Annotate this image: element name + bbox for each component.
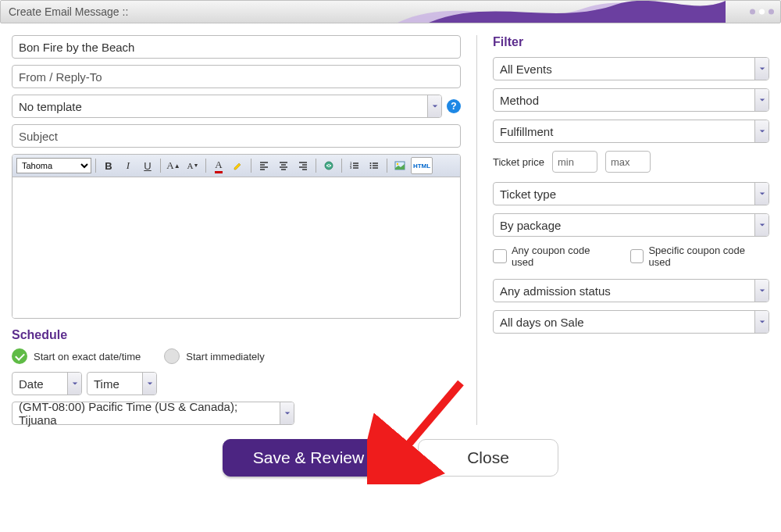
titlebar: Create Email Message :: <box>0 0 781 23</box>
days-select[interactable]: All days on Sale <box>493 310 769 334</box>
chevron-down-icon[interactable] <box>754 183 769 205</box>
time-select[interactable]: Time <box>87 372 157 395</box>
window-controls[interactable] <box>750 9 774 15</box>
date-value: Date <box>12 377 67 391</box>
align-right-button[interactable] <box>294 157 312 174</box>
ticket-type-select[interactable]: Ticket type <box>493 182 769 205</box>
save-review-button[interactable]: Save & Review <box>223 439 394 477</box>
chevron-down-icon[interactable] <box>754 58 769 80</box>
checkbox-icon <box>493 249 507 263</box>
font-select[interactable]: Tahoma <box>16 158 91 173</box>
ordered-list-button[interactable]: 123 <box>346 157 363 174</box>
date-select[interactable]: Date <box>12 372 82 395</box>
schedule-immediate-label: Start immediately <box>186 351 264 362</box>
fulfillment-select[interactable]: Fulfillment <box>493 120 769 143</box>
titlebar-decoration <box>398 1 726 23</box>
radio-checked-icon <box>12 348 27 364</box>
event-name-field[interactable] <box>12 35 461 59</box>
filter-heading: Filter <box>493 35 769 49</box>
timezone-select[interactable]: (GMT-08:00) Pacific Time (US & Canada); … <box>12 402 294 425</box>
chevron-down-icon[interactable] <box>427 95 441 117</box>
chevron-down-icon[interactable] <box>142 373 156 395</box>
method-select[interactable]: Method <box>493 88 769 112</box>
font-color-button[interactable]: A <box>210 157 227 174</box>
package-select[interactable]: By package <box>493 213 769 237</box>
svg-point-4 <box>370 162 372 164</box>
schedule-exact-label: Start on exact date/time <box>34 351 141 362</box>
timezone-value: (GMT-08:00) Pacific Time (US & Canada); … <box>12 400 280 427</box>
svg-point-5 <box>370 165 372 166</box>
coupon-any-option[interactable]: Any coupon code used <box>493 245 615 268</box>
time-value: Time <box>87 377 142 391</box>
message-editor: Tahoma B I U A▲ A▼ A 123 <box>12 154 461 319</box>
ticket-price-label: Ticket price <box>493 156 544 168</box>
chevron-down-icon[interactable] <box>754 311 769 333</box>
underline-button[interactable]: U <box>139 157 156 174</box>
schedule-immediate-option[interactable]: Start immediately <box>164 348 264 364</box>
link-button[interactable] <box>320 157 337 174</box>
help-icon[interactable]: ? <box>447 99 461 113</box>
svg-point-6 <box>370 167 372 169</box>
price-min-input[interactable] <box>552 151 597 173</box>
coupon-specific-option[interactable]: Specific coupon code used <box>630 245 770 268</box>
schedule-exact-option[interactable]: Start on exact date/time <box>12 348 141 364</box>
template-select[interactable]: No template <box>12 95 442 118</box>
editor-toolbar: Tahoma B I U A▲ A▼ A 123 <box>12 155 460 177</box>
chevron-down-icon[interactable] <box>280 402 294 424</box>
align-center-button[interactable] <box>275 157 292 174</box>
font-shrink-button[interactable]: A▼ <box>184 157 201 174</box>
chevron-down-icon[interactable] <box>754 214 769 236</box>
chevron-down-icon[interactable] <box>754 89 769 111</box>
event-name-input[interactable] <box>19 41 454 54</box>
bullet-list-button[interactable] <box>366 157 383 174</box>
subject-field[interactable] <box>12 124 461 148</box>
events-select[interactable]: All Events <box>493 57 769 80</box>
admission-select[interactable]: Any admission status <box>493 279 769 302</box>
svg-text:3: 3 <box>350 166 352 170</box>
schedule-heading: Schedule <box>12 328 461 342</box>
window-title: Create Email Message :: <box>9 5 128 18</box>
align-left-button[interactable] <box>255 157 273 174</box>
font-grow-button[interactable]: A▲ <box>165 157 182 174</box>
chevron-down-icon[interactable] <box>67 373 81 395</box>
bold-button[interactable]: B <box>100 157 117 174</box>
image-button[interactable] <box>391 157 408 174</box>
chevron-down-icon[interactable] <box>754 280 769 302</box>
close-button[interactable]: Close <box>418 439 558 477</box>
from-input[interactable] <box>19 70 454 84</box>
checkbox-icon <box>630 249 644 263</box>
italic-button[interactable]: I <box>119 157 137 174</box>
radio-unchecked-icon <box>164 348 180 364</box>
editor-body[interactable] <box>12 177 460 318</box>
highlight-button[interactable] <box>230 157 247 174</box>
chevron-down-icon[interactable] <box>754 120 769 142</box>
template-value: No template <box>12 100 427 113</box>
subject-input[interactable] <box>19 130 454 143</box>
svg-point-8 <box>397 163 398 165</box>
html-button[interactable]: HTML <box>411 157 433 174</box>
from-field[interactable] <box>12 65 461 88</box>
price-max-input[interactable] <box>605 151 651 173</box>
